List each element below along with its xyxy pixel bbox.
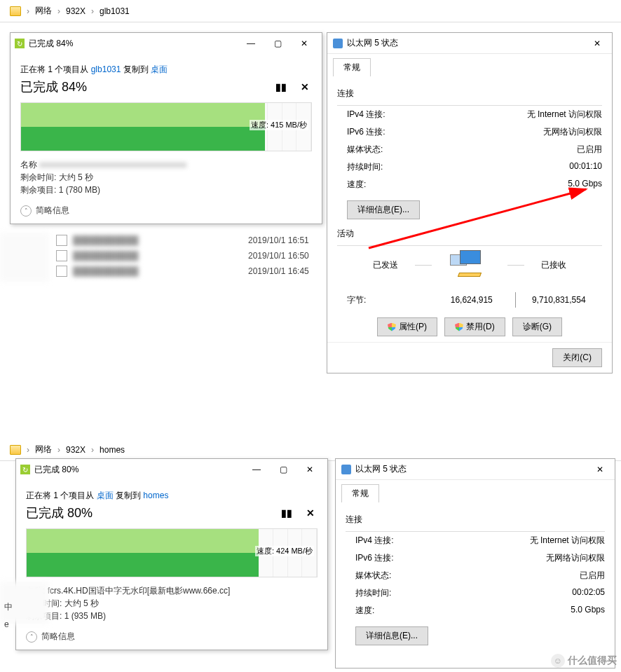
copy-icon: ↻ (15, 39, 25, 48)
properties-button[interactable]: 属性(P) (377, 317, 437, 336)
maximize-button[interactable]: ▢ (268, 39, 287, 48)
file-icon (56, 266, 67, 277)
connection-label: 连接 (346, 514, 605, 526)
adapter-icon (333, 39, 343, 48)
dst-link[interactable]: 桌面 (151, 64, 168, 74)
copy-dialog-top: ↻ 已完成 84% — ▢ ✕ 正在将 1 个项目从 glb1031 复制到 桌… (10, 32, 322, 224)
progress-chart: 速度: 424 MB/秒 (26, 528, 318, 577)
name-row: 名称: fcrs.4K.HD国语中字无水印[最新电影www.66e.cc] (26, 584, 318, 597)
time-row: 剩余时间: 大约 5 秒 (26, 597, 318, 610)
sent-label: 已发送 (373, 259, 398, 271)
chevron-up-icon: ˄ (26, 631, 37, 643)
smile-icon: ☺ (551, 654, 565, 668)
ipv4-value: 无 Internet 访问权限 (527, 109, 602, 121)
bytes-recv: 9,710,831,554 (516, 295, 603, 305)
crumb[interactable]: 网络 (31, 442, 56, 457)
crumb[interactable]: 932X (62, 5, 90, 18)
dialog-title: 以太网 5 状态 (355, 463, 591, 475)
crumb[interactable]: 932X (62, 444, 90, 456)
items-row: 剩余项目: 1 (935 MB) (26, 610, 318, 622)
disable-button[interactable]: 禁用(D) (444, 317, 505, 336)
chevron-right-icon: › (25, 445, 31, 455)
adapter-icon (341, 465, 351, 474)
ethernet-status-bottom: 以太网 5 状态 ✕ 常规 连接 IPv4 连接:无 Internet 访问权限… (335, 458, 615, 668)
collapse-button[interactable]: ˄ 简略信息 (26, 631, 318, 643)
bytes-sent: 16,624,915 (428, 295, 515, 305)
items-row: 剩余项目: 1 (780 MB) (20, 184, 312, 196)
pause-button[interactable]: ▮▮ (281, 507, 292, 519)
speed-value: 5.0 Gbps (568, 179, 602, 191)
recv-label: 已接收 (541, 259, 566, 271)
close-button[interactable]: 关闭(C) (552, 348, 602, 367)
dst-link[interactable]: homes (143, 491, 168, 500)
pause-button[interactable]: ▮▮ (275, 81, 287, 92)
name-row: 名称 xxxxxxxxxxxxxxxxxxxxxxxxxxxxxxxxxxx (20, 158, 312, 171)
duration-value: 00:02:05 (572, 587, 605, 599)
connection-label: 连接 (337, 88, 602, 100)
chevron-right-icon: › (90, 6, 95, 16)
src-link[interactable]: 桌面 (97, 491, 114, 500)
file-icon (56, 250, 67, 261)
media-value: 已启用 (580, 570, 605, 582)
close-button[interactable]: ✕ (588, 39, 606, 48)
minimize-button[interactable]: — (242, 39, 260, 48)
minimize-button[interactable]: — (247, 465, 266, 474)
chevron-right-icon: › (25, 6, 31, 16)
crumb[interactable]: 网络 (31, 4, 56, 18)
close-button[interactable]: ✕ (301, 465, 319, 474)
stray-text: 中 (4, 601, 13, 613)
duration-value: 00:01:10 (569, 161, 602, 173)
watermark: ☺ 什么值得买 (551, 654, 617, 668)
speed-value: 5.0 Gbps (571, 605, 605, 617)
network-icon (449, 250, 491, 280)
file-icon (56, 235, 67, 246)
dialog-title: 已完成 84% (29, 38, 238, 50)
copy-dialog-bottom: ↻ 已完成 80% — ▢ ✕ 正在将 1 个项目从 桌面 复制到 homes … (15, 458, 328, 650)
copy-path: 正在将 1 个项目从 glb1031 复制到 桌面 (20, 64, 312, 76)
time-row: 剩余时间: 大约 5 秒 (20, 171, 312, 184)
copy-path: 正在将 1 个项目从 桌面 复制到 homes (26, 490, 318, 502)
progress-chart: 速度: 415 MB/秒 (20, 102, 312, 151)
media-value: 已启用 (577, 144, 602, 156)
ipv4-value: 无 Internet 访问权限 (530, 535, 605, 547)
crumb[interactable]: homes (95, 444, 129, 456)
cancel-button[interactable]: ✕ (301, 81, 309, 92)
progress-heading: 已完成 84% (20, 78, 87, 95)
shield-icon (455, 323, 463, 331)
ipv6-value: 无网络访问权限 (546, 552, 605, 564)
tab-general[interactable]: 常规 (333, 58, 371, 76)
ipv6-value: 无网络访问权限 (543, 126, 602, 138)
progress-heading: 已完成 80% (26, 505, 93, 521)
chevron-right-icon: › (56, 445, 62, 455)
details-button[interactable]: 详细信息(E)... (355, 626, 428, 645)
src-link[interactable]: glb1031 (91, 64, 121, 74)
shield-icon (388, 323, 396, 331)
chevron-right-icon: › (56, 6, 62, 16)
collapse-button[interactable]: ˄ 简略信息 (20, 205, 312, 217)
breadcrumb-top[interactable]: › 网络 › 932X › glb1031 (0, 0, 621, 22)
stray-text: e (4, 619, 9, 629)
copy-icon: ↻ (20, 465, 30, 474)
cancel-button[interactable]: ✕ (306, 507, 315, 519)
diagnose-button[interactable]: 诊断(G) (512, 317, 562, 336)
chevron-right-icon: › (90, 445, 95, 455)
ethernet-status-top: 以太网 5 状态 ✕ 常规 连接 IPv4 连接:无 Internet 访问权限… (327, 32, 613, 373)
folder-icon (10, 6, 21, 16)
dialog-title: 已完成 80% (34, 464, 243, 476)
dialog-title: 以太网 5 状态 (347, 37, 588, 49)
chevron-up-icon: ˄ (20, 205, 32, 217)
crumb[interactable]: glb1031 (95, 5, 134, 18)
close-button[interactable]: ✕ (591, 465, 609, 474)
maximize-button[interactable]: ▢ (274, 465, 292, 474)
file-list: ███████████2019/10/1 16:51 ███████████20… (56, 233, 325, 279)
tab-general[interactable]: 常规 (341, 484, 379, 502)
activity-label: 活动 (337, 228, 602, 240)
details-button[interactable]: 详细信息(E)... (347, 200, 420, 219)
close-button[interactable]: ✕ (295, 39, 313, 48)
folder-icon (10, 445, 21, 455)
